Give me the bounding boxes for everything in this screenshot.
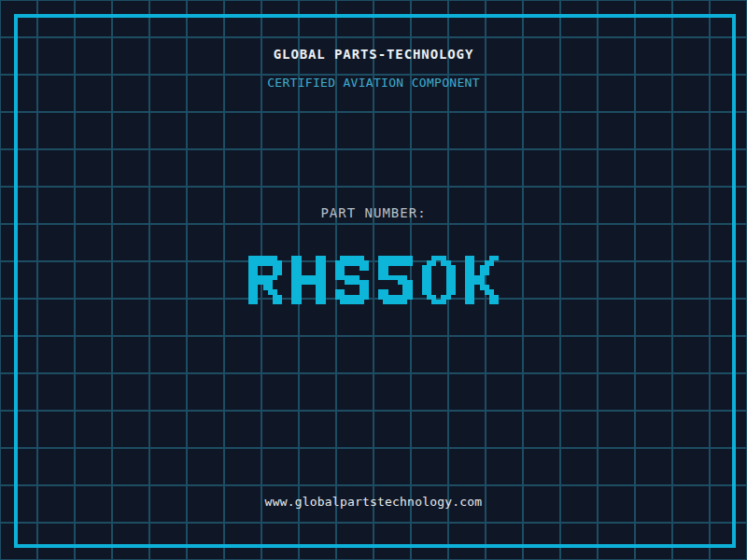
part-number-label: PART NUMBER: <box>0 205 747 220</box>
certification-subtitle: CERTIFIED AVIATION COMPONENT <box>0 76 747 90</box>
website-url: www.globalpartstechnology.com <box>0 495 747 509</box>
part-number-value <box>0 256 747 304</box>
company-title: GLOBAL PARTS-TECHNOLOGY <box>0 47 747 62</box>
